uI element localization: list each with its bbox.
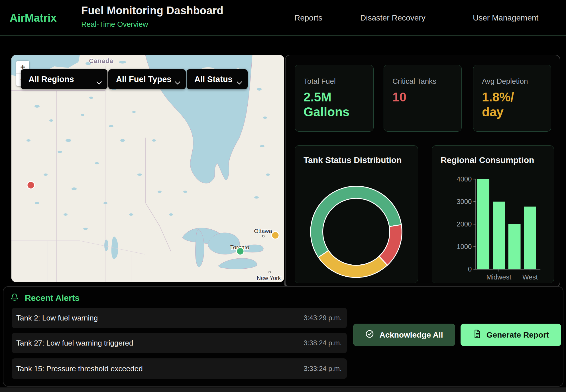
- alert-row[interactable]: Tank 15: Pressure threshold exceeded 3:3…: [12, 358, 347, 379]
- chevron-down-icon: [175, 77, 180, 87]
- stat-card-avg-depletion: Avg Depletion 1.8%/day: [473, 65, 551, 132]
- svg-text:3000: 3000: [457, 198, 472, 205]
- fuel-type-filter-dropdown[interactable]: All Fuel Types: [108, 69, 186, 89]
- alert-message: Tank 2: Low fuel warning: [16, 314, 98, 322]
- bar: [508, 224, 521, 269]
- stat-label: Total Fuel: [304, 77, 373, 86]
- bar: [477, 179, 489, 270]
- bar: [493, 202, 505, 269]
- stat-card-total-fuel: Total Fuel 2.5MGallons: [295, 65, 374, 132]
- stat-value: 1.8%/day: [482, 90, 551, 119]
- page-title: Fuel Monitoring Dashboard: [81, 5, 223, 17]
- stat-card-critical-tanks: Critical Tanks 10: [384, 65, 462, 132]
- regional-consumption-chart-card: Regional Consumption 01000200030004000Mi…: [432, 145, 554, 283]
- svg-text:4000: 4000: [457, 175, 472, 183]
- fuel-map[interactable]: Canada Ottawa Toronto New York + − All R…: [11, 55, 284, 282]
- generate-report-button[interactable]: Generate Report: [461, 324, 561, 346]
- tank-status-donut-chart: [295, 146, 418, 283]
- recent-alerts-panel: Recent Alerts Tank 2: Low fuel warning 3…: [3, 286, 563, 387]
- map-label-canada: Canada: [89, 57, 113, 64]
- tank-marker-normal[interactable]: [237, 248, 244, 255]
- alerts-heading: Recent Alerts: [25, 293, 80, 303]
- check-circle-icon: [365, 329, 374, 340]
- alert-message: Tank 15: Pressure threshold exceeded: [16, 364, 143, 373]
- nav-item-user-management[interactable]: User Management: [473, 13, 538, 23]
- svg-text:Midwest: Midwest: [486, 273, 512, 281]
- bar: [524, 207, 536, 269]
- ottawa-town-dot: [262, 235, 264, 237]
- alert-timestamp: 3:38:24 p.m.: [304, 339, 342, 347]
- nav-item-reports[interactable]: Reports: [294, 13, 322, 23]
- tank-status-chart-card: Tank Status Distribution: [295, 145, 418, 283]
- alert-row[interactable]: Tank 2: Low fuel warning 3:43:29 p.m.: [12, 308, 347, 328]
- alert-row[interactable]: Tank 27: Low fuel warning triggered 3:38…: [12, 333, 347, 353]
- region-filter-dropdown[interactable]: All Regions: [21, 69, 107, 89]
- donut-segment: [318, 250, 387, 277]
- generate-report-label: Generate Report: [486, 330, 549, 340]
- page-subtitle: Real-Time Overview: [81, 20, 148, 29]
- bell-icon: [10, 293, 19, 302]
- status-filter-value: All Status: [194, 75, 233, 84]
- stat-label: Critical Tanks: [392, 77, 461, 86]
- svg-text:2000: 2000: [457, 220, 472, 228]
- fuel-type-filter-value: All Fuel Types: [116, 75, 171, 84]
- app-header: AirMatrix Fuel Monitoring Dashboard Real…: [0, 0, 566, 36]
- alert-timestamp: 3:33:24 p.m.: [304, 365, 342, 373]
- map-label-ottawa: Ottawa: [254, 228, 272, 234]
- brand-logo: AirMatrix: [10, 12, 57, 24]
- nav-item-disaster-recovery[interactable]: Disaster Recovery: [360, 13, 425, 23]
- stat-value: 10: [392, 90, 461, 105]
- svg-text:West: West: [522, 273, 538, 281]
- chevron-down-icon: [97, 77, 102, 87]
- alert-message: Tank 27: Low fuel warning triggered: [16, 339, 133, 348]
- newyork-town-dot: [269, 271, 270, 273]
- svg-text:1000: 1000: [457, 243, 472, 250]
- document-icon: [473, 329, 481, 340]
- donut-segment: [379, 225, 402, 265]
- tank-marker-warning[interactable]: [272, 232, 279, 239]
- acknowledge-all-label: Acknowledge All: [379, 330, 443, 340]
- regional-consumption-bar-chart: 01000200030004000MidwestWest: [432, 146, 554, 283]
- overview-panel: Total Fuel 2.5MGallons Critical Tanks 10…: [285, 55, 560, 287]
- acknowledge-all-button[interactable]: Acknowledge All: [353, 324, 455, 346]
- tank-marker-critical[interactable]: [27, 181, 34, 189]
- chevron-down-icon: [237, 77, 242, 87]
- alert-timestamp: 3:43:29 p.m.: [304, 314, 342, 322]
- stat-value: 2.5MGallons: [304, 90, 373, 119]
- status-filter-dropdown[interactable]: All Status: [187, 69, 248, 89]
- map-label-newyork: New York: [257, 275, 281, 281]
- stat-label: Avg Depletion: [482, 77, 551, 86]
- footer-bar: [0, 387, 566, 392]
- svg-text:0: 0: [468, 265, 472, 273]
- region-filter-value: All Regions: [28, 75, 74, 84]
